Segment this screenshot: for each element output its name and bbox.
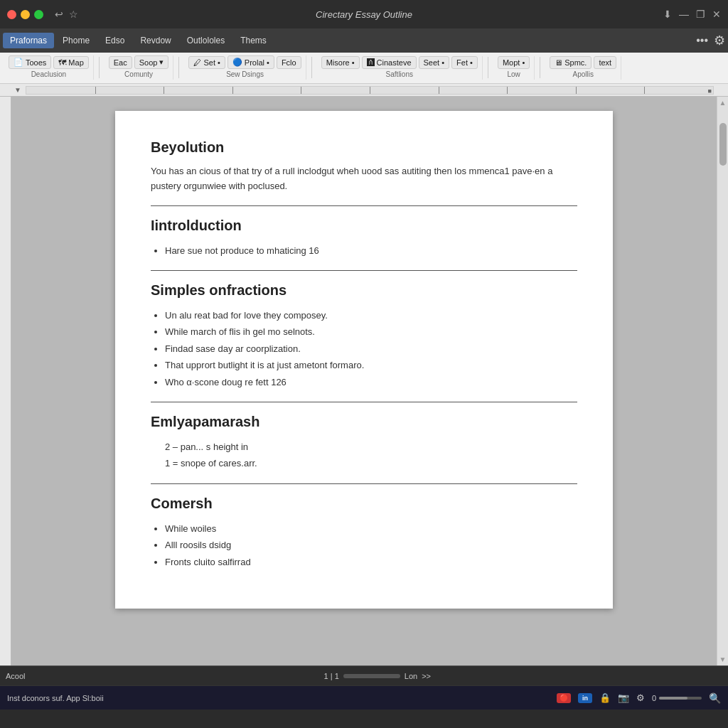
- section-title-comersh: Comersh: [151, 496, 577, 512]
- taskbar-icon-linkedin[interactable]: in: [578, 693, 592, 703]
- numbered-item-2: 1 = snope of cares.arr.: [165, 455, 577, 471]
- ribbon-group-label-saftlions: Saftlions: [386, 70, 413, 78]
- list-item: Hare sue not produce to mhaticing 16: [165, 242, 577, 259]
- menu-item-outlololes[interactable]: Outlololes: [180, 33, 232, 48]
- more-options-icon[interactable]: •••: [696, 34, 708, 47]
- ruler-end: ■: [708, 87, 712, 95]
- vertical-scrollbar[interactable]: ▲ ▼: [717, 97, 728, 665]
- ribbon-group-btns-saftlions: Misore • 🅰 Cinasteve Seet • Fet •: [321, 56, 478, 69]
- maximize-traffic-light[interactable]: [34, 10, 43, 19]
- taskbar-search-icon[interactable]: 🔍: [709, 692, 721, 704]
- list-item: Alll roosils dsidg: [165, 537, 577, 553]
- ribbon-group-deaclusion: 📄 Tooes 🗺 Map Deaclusion: [4, 55, 94, 80]
- menu-item-edso[interactable]: Edso: [98, 33, 132, 48]
- list-item: While woiles: [165, 520, 577, 537]
- ribbon-group-btns-sewdsings: 🖊 Set • 🔵 Prolal • Fclo: [188, 55, 301, 69]
- menu-item-phome[interactable]: Phome: [55, 33, 97, 48]
- numbered-item-1: 2 – pan... s height in: [165, 439, 577, 455]
- ribbon-btn-text[interactable]: text: [594, 56, 616, 69]
- document-area[interactable]: Beyolution You has an cious of that try …: [11, 97, 717, 665]
- minimize-button[interactable]: —: [679, 9, 689, 20]
- ribbon-btn-spmc[interactable]: 🖥 Spmc.: [550, 56, 592, 69]
- divider-1: [151, 205, 577, 206]
- ribbon-btn-eac[interactable]: Eac: [109, 56, 132, 69]
- taskbar-icon-camera[interactable]: 📷: [618, 692, 629, 703]
- main-area: Beyolution You has an cious of that try …: [0, 97, 728, 665]
- maximize-button[interactable]: ❐: [696, 9, 705, 20]
- status-progress-bar: [343, 674, 400, 678]
- account-icon[interactable]: ⚙: [714, 33, 725, 48]
- ribbon-group-btns-deaclusion: 📄 Tooes 🗺 Map: [9, 55, 89, 69]
- ribbon-btn-tooes[interactable]: 📄 Tooes: [9, 55, 51, 69]
- ribbon-group-btns-low: Mopt •: [498, 56, 530, 69]
- ribbon-sep-3: [311, 57, 312, 78]
- scroll-down-arrow[interactable]: ▼: [717, 653, 728, 665]
- ruler-expand-icon[interactable]: ▼: [14, 86, 21, 94]
- list-item: While march of flis ih gel mo selnots.: [165, 323, 577, 340]
- volume-bar[interactable]: [659, 697, 702, 700]
- ribbon-group-label-sewdsings: Sew Dsings: [226, 70, 264, 78]
- status-page-info: 1 | 1: [324, 672, 339, 680]
- ribbon-btn-cinasteve[interactable]: 🅰 Cinasteve: [362, 56, 417, 69]
- menu-item-revdow[interactable]: Revdow: [133, 33, 178, 48]
- ribbon-btn-prolal[interactable]: 🔵 Prolal •: [228, 55, 274, 69]
- section-title-emlyapamarash: Emlyapamarash: [151, 414, 577, 430]
- back-icon[interactable]: ↩: [55, 9, 63, 20]
- ribbon-group-sewdsings: 🖊 Set • 🔵 Prolal • Fclo Sew Dsings: [184, 55, 306, 80]
- download-icon[interactable]: ⬇: [663, 9, 672, 20]
- list-item: Un alu reat bad for love they composey.: [165, 307, 577, 323]
- ribbon-sep-5: [540, 57, 540, 78]
- ribbon-sep-1: [99, 57, 100, 78]
- ribbon-btn-seet[interactable]: Seet •: [419, 56, 450, 69]
- ribbon-group-label-apollis: Apollis: [572, 70, 593, 78]
- ribbon-btn-fclo[interactable]: Fclo: [277, 56, 301, 69]
- menu-item-prafornas[interactable]: Prafornas: [3, 33, 54, 48]
- ribbon-btn-misore[interactable]: Misore •: [321, 56, 360, 69]
- status-center: 1 | 1 Lon >>: [33, 672, 722, 680]
- bullet-list-comersh: While woiles Alll roosils dsidg Fronts c…: [165, 520, 577, 570]
- ribbon-btn-set[interactable]: 🖊 Set •: [188, 56, 225, 69]
- taskbar-icon-red[interactable]: 🔴: [557, 693, 571, 703]
- ribbon-btn-fet[interactable]: Fet •: [451, 56, 478, 69]
- volume-fill: [659, 697, 687, 700]
- ribbon-group-label-comunty: Comunty: [124, 70, 153, 78]
- minimize-traffic-light[interactable]: [21, 10, 30, 19]
- taskbar-icon-settings[interactable]: ⚙: [636, 692, 645, 703]
- ribbon-sep-2: [178, 57, 179, 78]
- bullet-list-simples: Un alu reat bad for love they composey. …: [165, 307, 577, 390]
- scroll-up-arrow[interactable]: ▲: [717, 97, 728, 109]
- scrollbar-thumb[interactable]: [719, 123, 727, 166]
- menu-item-thems[interactable]: Thems: [233, 33, 274, 48]
- ribbon-group-apollis: 🖥 Spmc. text Apollis: [545, 56, 621, 80]
- star-icon[interactable]: ☆: [69, 9, 78, 20]
- ribbon-group-comunty: Eac Soop ▾ Comunty: [105, 55, 174, 80]
- ribbon-btn-map[interactable]: 🗺 Map: [53, 56, 88, 69]
- ribbon-row: 📄 Tooes 🗺 Map Deaclusion Eac Soop ▾ Comu…: [4, 55, 724, 80]
- menu-bar: Prafornas Phome Edso Revdow Outlololes T…: [0, 28, 728, 53]
- bullet-list-introduction: Hare sue not produce to mhaticing 16: [165, 242, 577, 259]
- section-comersh: Comersh While woiles Alll roosils dsidg …: [151, 496, 577, 570]
- list-item: Who α·scone doug re fett 126: [165, 374, 577, 390]
- ribbon-group-saftlions: Misore • 🅰 Cinasteve Seet • Fet • Saftli…: [317, 56, 483, 80]
- vertical-ruler: [0, 97, 11, 665]
- status-right-arrow[interactable]: >>: [422, 672, 431, 680]
- section-title-simples: Simples onfractions: [151, 282, 577, 299]
- taskbar-icon-lock[interactable]: 🔒: [599, 692, 611, 703]
- divider-4: [151, 483, 577, 484]
- menu-bar-right: ••• ⚙: [696, 33, 725, 48]
- taskbar: Inst dconors suf. App Sl:boii 🔴 in 🔒 📷 ⚙…: [0, 685, 728, 710]
- ribbon-btn-soop[interactable]: Soop ▾: [134, 55, 169, 69]
- list-item: Findad sase day ar coorplization.: [165, 341, 577, 357]
- horizontal-ruler: ▼ ■: [0, 84, 728, 97]
- divider-2: [151, 270, 577, 271]
- section-title-beyolution: Beyolution: [151, 139, 577, 156]
- section-title-introduction: Iintrolduction: [151, 218, 577, 234]
- traffic-lights: [7, 10, 43, 19]
- ribbon-group-label-deaclusion: Deaclusion: [31, 70, 66, 78]
- title-bar: ↩ ☆ Cirectary Essay Outline ⬇ — ❐ ✕: [0, 0, 728, 28]
- ribbon-btn-mopt[interactable]: Mopt •: [498, 56, 530, 69]
- ribbon-group-btns-comunty: Eac Soop ▾: [109, 55, 169, 69]
- list-item: Fronts cluito salfirrad: [165, 554, 577, 570]
- close-button[interactable]: ✕: [712, 9, 721, 20]
- close-traffic-light[interactable]: [7, 10, 16, 19]
